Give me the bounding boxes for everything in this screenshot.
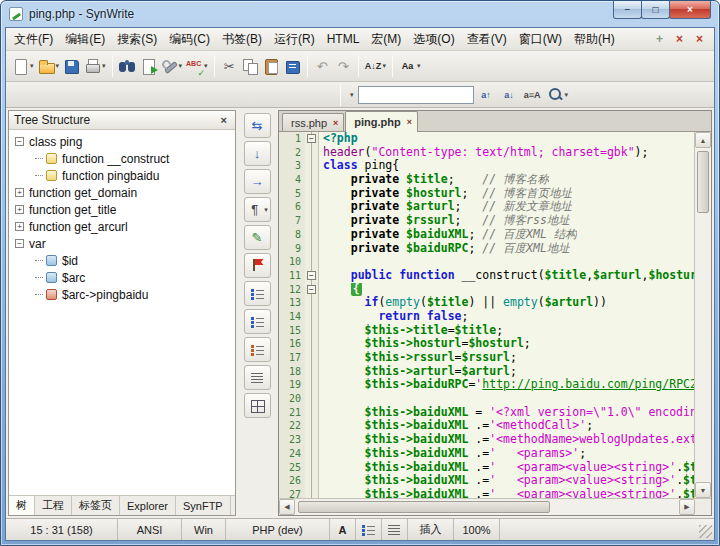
move-right-button[interactable]: → (244, 169, 271, 194)
save-button[interactable] (61, 54, 82, 79)
tab-ping-php[interactable]: ping.php× (345, 111, 418, 132)
panel-tab-tabs[interactable]: 标签页 (72, 496, 120, 515)
menu-bookmarks[interactable]: 书签(B) (216, 28, 268, 51)
marks-toggle[interactable] (382, 519, 408, 540)
tree-item[interactable]: $arc->pingbaidu (9, 286, 235, 303)
caret-position[interactable]: 15 : 31 (158) (6, 519, 118, 540)
move-down-button[interactable]: ↓ (244, 141, 271, 166)
menu-view[interactable]: 查看(V) (461, 28, 513, 51)
lexer-indicator[interactable]: PHP (dev) (226, 519, 330, 540)
paragraph-marks-button[interactable]: ¶▾ (244, 197, 271, 222)
menu-encoding[interactable]: 编码(C) (163, 28, 216, 51)
menu-run[interactable]: 运行(R) (268, 28, 321, 51)
quick-add-icon[interactable]: + (651, 31, 668, 48)
find-prev-button[interactable]: a↑ (476, 82, 497, 107)
scroll-up-icon[interactable]: ▲ (695, 132, 711, 148)
swap-panels-button[interactable]: ⇆ (244, 113, 271, 138)
cut-button[interactable]: ✂ (219, 54, 240, 79)
menu-search[interactable]: 搜索(S) (111, 28, 163, 51)
bullet-list-button[interactable] (244, 281, 271, 306)
wrap-toggle[interactable] (356, 519, 382, 540)
quick-close-icon[interactable]: × (671, 31, 688, 48)
copy-button[interactable] (240, 54, 261, 79)
font-toggle[interactable]: A (330, 519, 356, 540)
match-case-button[interactable]: a≡A (522, 82, 543, 107)
fold-minus-icon[interactable]: − (307, 285, 316, 294)
fold-minus-icon[interactable]: − (307, 271, 316, 280)
menu-file[interactable]: 文件(F) (8, 28, 59, 51)
save-all-button[interactable] (138, 54, 159, 79)
tree-item[interactable]: $arc (9, 269, 235, 286)
vertical-scrollbar[interactable]: ▲ ▼ (694, 132, 711, 498)
menu-macro[interactable]: 宏(M) (365, 28, 407, 51)
sort-button[interactable]: A↓Z▾ (363, 54, 389, 79)
new-file-button[interactable]: ▾ (10, 54, 36, 79)
font-size-button[interactable]: Aa▾ (397, 54, 423, 79)
snippet-edit-button[interactable]: ✎ (244, 225, 271, 250)
scroll-down-icon[interactable]: ▼ (695, 482, 711, 498)
tree-item[interactable]: −class ping (9, 133, 235, 150)
tab-close-icon[interactable]: × (333, 118, 338, 128)
resize-grip[interactable] (699, 525, 712, 538)
plain-list-button[interactable] (244, 365, 271, 390)
bullet-list2-button[interactable] (244, 309, 271, 334)
panel-tab-tree[interactable]: 树 (9, 496, 35, 515)
panel-close-icon[interactable]: × (218, 114, 230, 126)
menu-options[interactable]: 选项(O) (407, 28, 460, 51)
tree-item[interactable]: $id (9, 252, 235, 269)
collapse-icon[interactable]: − (15, 137, 24, 146)
insert-mode-indicator[interactable]: 插入 (408, 519, 454, 540)
spell-check-button[interactable]: ▾ (184, 54, 210, 79)
horizontal-scrollbar[interactable]: ◀ ▶ (279, 498, 711, 515)
maximize-button[interactable]: □ (641, 1, 670, 19)
tree-item[interactable]: +function get_arcurl (9, 218, 235, 235)
paste-button[interactable] (261, 54, 282, 79)
open-file-button[interactable]: ▾ (36, 54, 62, 79)
tree-item[interactable]: function __construct (9, 150, 235, 167)
panel-tab-explorer[interactable]: Explorer (120, 496, 176, 515)
horizontal-scroll-track[interactable] (295, 499, 679, 515)
horizontal-scroll-thumb[interactable] (298, 501, 550, 513)
menu-edit[interactable]: 编辑(E) (59, 28, 111, 51)
grid-view-button[interactable] (244, 393, 271, 418)
close-button[interactable]: × (669, 1, 711, 19)
tree-item[interactable]: function pingbaidu (9, 167, 235, 184)
quick-close-all-icon[interactable]: × (691, 31, 708, 48)
search-options-button[interactable]: ▾ (545, 82, 571, 107)
tree-item[interactable]: −var (9, 235, 235, 252)
search-input[interactable] (358, 86, 474, 104)
tools-button[interactable]: ▾ (159, 54, 185, 79)
find-next-button[interactable]: a↓ (499, 82, 520, 107)
scroll-right-icon[interactable]: ▶ (679, 499, 695, 515)
line-endings-indicator[interactable]: Win (182, 519, 226, 540)
tab-rss-php[interactable]: rss.php× (282, 113, 344, 131)
menu-html[interactable]: HTML (321, 29, 366, 49)
search-history-button[interactable]: ▾ (347, 82, 356, 107)
minimize-button[interactable]: − (613, 1, 642, 19)
undo-button[interactable]: ↶ (312, 54, 333, 79)
panel-tab-synftp[interactable]: SynFTP (176, 496, 231, 515)
panel-tab-project[interactable]: 工程 (35, 496, 72, 515)
expand-icon[interactable]: + (15, 188, 24, 197)
print-button[interactable]: ▾ (82, 54, 108, 79)
vertical-scroll-thumb[interactable] (697, 151, 709, 213)
collapse-icon[interactable]: − (15, 239, 24, 248)
vertical-scroll-track[interactable] (695, 148, 711, 482)
title-bar[interactable]: ping.php - SynWrite (1, 1, 719, 27)
zoom-indicator[interactable]: 100% (454, 519, 500, 540)
find-button[interactable] (117, 54, 138, 79)
expand-icon[interactable]: + (15, 222, 24, 231)
encoding-indicator[interactable]: ANSI (118, 519, 182, 540)
bookmark-flag-button[interactable] (244, 253, 271, 278)
library-button[interactable] (282, 54, 303, 79)
menu-window[interactable]: 窗口(W) (513, 28, 568, 51)
menu-help[interactable]: 帮助(H) (568, 28, 621, 51)
redo-button[interactable]: ↷ (333, 54, 354, 79)
tab-close-icon[interactable]: × (407, 117, 412, 127)
code-area[interactable]: 1−<?php2header("Content-type: text/html;… (279, 132, 694, 498)
tree-item[interactable]: +function get_title (9, 201, 235, 218)
fold-minus-icon[interactable]: − (307, 134, 316, 143)
numbered-list-button[interactable] (244, 337, 271, 362)
scroll-left-icon[interactable]: ◀ (279, 499, 295, 515)
expand-icon[interactable]: + (15, 205, 24, 214)
